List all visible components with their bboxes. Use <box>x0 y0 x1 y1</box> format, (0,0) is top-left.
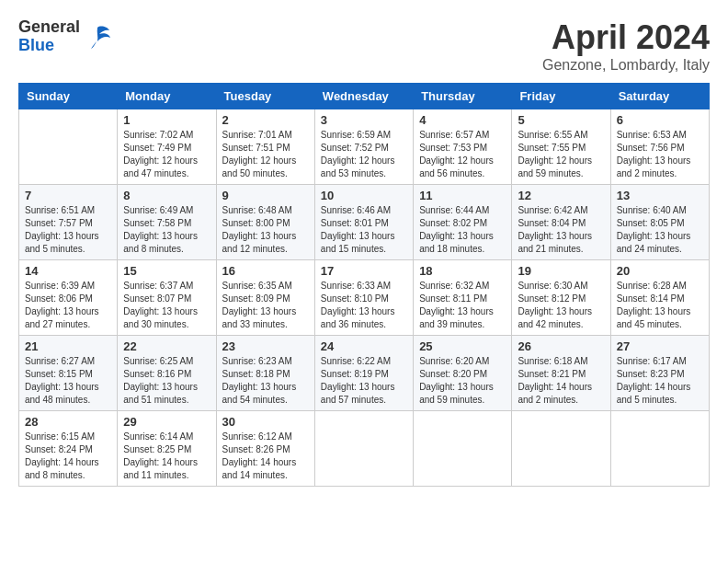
calendar-cell: 15Sunrise: 6:37 AM Sunset: 8:07 PM Dayli… <box>118 260 216 336</box>
month-title: April 2024 <box>542 18 710 57</box>
day-number: 26 <box>518 339 604 353</box>
weekday-header-row: SundayMondayTuesdayWednesdayThursdayFrid… <box>19 84 710 109</box>
calendar-cell: 1Sunrise: 7:02 AM Sunset: 7:49 PM Daylig… <box>118 109 216 185</box>
calendar-cell <box>19 109 118 185</box>
day-info: Sunrise: 6:53 AM Sunset: 7:56 PM Dayligh… <box>617 129 703 180</box>
calendar-cell: 29Sunrise: 6:14 AM Sunset: 8:25 PM Dayli… <box>118 411 216 487</box>
weekday-header-thursday: Thursday <box>414 84 512 109</box>
day-number: 10 <box>321 189 407 202</box>
calendar-cell: 7Sunrise: 6:51 AM Sunset: 7:57 PM Daylig… <box>19 185 118 260</box>
calendar-cell: 17Sunrise: 6:33 AM Sunset: 8:10 PM Dayli… <box>314 260 413 336</box>
day-number: 17 <box>321 264 407 278</box>
day-info: Sunrise: 6:44 AM Sunset: 8:02 PM Dayligh… <box>419 204 506 256</box>
day-info: Sunrise: 6:27 AM Sunset: 8:15 PM Dayligh… <box>25 355 111 407</box>
day-info: Sunrise: 6:32 AM Sunset: 8:11 PM Dayligh… <box>419 280 506 331</box>
calendar-cell: 6Sunrise: 6:53 AM Sunset: 7:56 PM Daylig… <box>610 109 709 185</box>
weekday-header-wednesday: Wednesday <box>314 84 413 109</box>
day-number: 6 <box>617 113 703 127</box>
week-row-4: 21Sunrise: 6:27 AM Sunset: 8:15 PM Dayli… <box>19 336 710 411</box>
day-number: 13 <box>617 189 703 202</box>
day-info: Sunrise: 6:15 AM Sunset: 8:24 PM Dayligh… <box>25 431 111 482</box>
calendar-cell: 18Sunrise: 6:32 AM Sunset: 8:11 PM Dayli… <box>414 260 512 336</box>
day-info: Sunrise: 6:55 AM Sunset: 7:55 PM Dayligh… <box>518 129 604 180</box>
day-info: Sunrise: 6:22 AM Sunset: 8:19 PM Dayligh… <box>321 355 407 407</box>
day-number: 4 <box>419 113 506 127</box>
day-info: Sunrise: 6:28 AM Sunset: 8:14 PM Dayligh… <box>617 280 703 331</box>
calendar-cell: 2Sunrise: 7:01 AM Sunset: 7:51 PM Daylig… <box>216 109 314 185</box>
calendar-cell: 16Sunrise: 6:35 AM Sunset: 8:09 PM Dayli… <box>216 260 314 336</box>
calendar-cell: 5Sunrise: 6:55 AM Sunset: 7:55 PM Daylig… <box>512 109 610 185</box>
calendar-cell: 10Sunrise: 6:46 AM Sunset: 8:01 PM Dayli… <box>314 185 413 260</box>
day-info: Sunrise: 6:17 AM Sunset: 8:23 PM Dayligh… <box>617 355 703 407</box>
day-number: 8 <box>123 189 210 202</box>
weekday-header-sunday: Sunday <box>19 84 118 109</box>
day-info: Sunrise: 6:59 AM Sunset: 7:52 PM Dayligh… <box>321 129 407 180</box>
calendar-cell: 22Sunrise: 6:25 AM Sunset: 8:16 PM Dayli… <box>118 336 216 411</box>
calendar-cell: 13Sunrise: 6:40 AM Sunset: 8:05 PM Dayli… <box>610 185 709 260</box>
day-info: Sunrise: 6:30 AM Sunset: 8:12 PM Dayligh… <box>518 280 604 331</box>
logo-blue: Blue <box>18 37 80 55</box>
calendar-cell: 12Sunrise: 6:42 AM Sunset: 8:04 PM Dayli… <box>512 185 610 260</box>
calendar-cell: 23Sunrise: 6:23 AM Sunset: 8:18 PM Dayli… <box>216 336 314 411</box>
weekday-header-saturday: Saturday <box>610 84 709 109</box>
day-info: Sunrise: 6:57 AM Sunset: 7:53 PM Dayligh… <box>419 129 506 180</box>
day-number: 12 <box>518 189 604 202</box>
day-number: 15 <box>123 264 210 278</box>
day-number: 21 <box>25 339 111 353</box>
calendar-cell: 4Sunrise: 6:57 AM Sunset: 7:53 PM Daylig… <box>414 109 512 185</box>
day-number: 24 <box>321 339 407 353</box>
day-info: Sunrise: 6:33 AM Sunset: 8:10 PM Dayligh… <box>321 280 407 331</box>
calendar-cell: 19Sunrise: 6:30 AM Sunset: 8:12 PM Dayli… <box>512 260 610 336</box>
day-info: Sunrise: 6:48 AM Sunset: 8:00 PM Dayligh… <box>222 204 309 256</box>
day-info: Sunrise: 7:02 AM Sunset: 7:49 PM Dayligh… <box>123 129 210 180</box>
calendar-cell: 28Sunrise: 6:15 AM Sunset: 8:24 PM Dayli… <box>19 411 118 487</box>
calendar-cell <box>314 411 413 487</box>
weekday-header-tuesday: Tuesday <box>216 84 314 109</box>
calendar-cell <box>610 411 709 487</box>
calendar-cell <box>414 411 512 487</box>
day-info: Sunrise: 6:42 AM Sunset: 8:04 PM Dayligh… <box>518 204 604 256</box>
calendar-cell: 25Sunrise: 6:20 AM Sunset: 8:20 PM Dayli… <box>414 336 512 411</box>
day-info: Sunrise: 6:20 AM Sunset: 8:20 PM Dayligh… <box>419 355 506 407</box>
calendar-cell <box>512 411 610 487</box>
location-title: Genzone, Lombardy, Italy <box>542 57 710 74</box>
calendar-cell: 30Sunrise: 6:12 AM Sunset: 8:26 PM Dayli… <box>216 411 314 487</box>
day-number: 3 <box>321 113 407 127</box>
calendar-cell: 21Sunrise: 6:27 AM Sunset: 8:15 PM Dayli… <box>19 336 118 411</box>
calendar-cell: 3Sunrise: 6:59 AM Sunset: 7:52 PM Daylig… <box>314 109 413 185</box>
calendar-cell: 26Sunrise: 6:18 AM Sunset: 8:21 PM Dayli… <box>512 336 610 411</box>
weekday-header-friday: Friday <box>512 84 610 109</box>
day-info: Sunrise: 6:39 AM Sunset: 8:06 PM Dayligh… <box>25 280 111 331</box>
day-number: 23 <box>222 339 309 353</box>
day-number: 30 <box>222 415 309 429</box>
weekday-header-monday: Monday <box>118 84 216 109</box>
day-info: Sunrise: 6:25 AM Sunset: 8:16 PM Dayligh… <box>123 355 210 407</box>
day-info: Sunrise: 6:14 AM Sunset: 8:25 PM Dayligh… <box>123 431 210 482</box>
week-row-2: 7Sunrise: 6:51 AM Sunset: 7:57 PM Daylig… <box>19 185 710 260</box>
day-number: 14 <box>25 264 111 278</box>
day-number: 25 <box>419 339 506 353</box>
week-row-1: 1Sunrise: 7:02 AM Sunset: 7:49 PM Daylig… <box>19 109 710 185</box>
week-row-3: 14Sunrise: 6:39 AM Sunset: 8:06 PM Dayli… <box>19 260 710 336</box>
day-info: Sunrise: 6:18 AM Sunset: 8:21 PM Dayligh… <box>518 355 604 407</box>
calendar-table: SundayMondayTuesdayWednesdayThursdayFrid… <box>18 83 710 487</box>
day-number: 11 <box>419 189 506 202</box>
day-info: Sunrise: 6:12 AM Sunset: 8:26 PM Dayligh… <box>222 431 309 482</box>
day-info: Sunrise: 6:40 AM Sunset: 8:05 PM Dayligh… <box>617 204 703 256</box>
day-info: Sunrise: 6:51 AM Sunset: 7:57 PM Dayligh… <box>25 204 111 256</box>
day-number: 9 <box>222 189 309 202</box>
calendar-cell: 11Sunrise: 6:44 AM Sunset: 8:02 PM Dayli… <box>414 185 512 260</box>
day-number: 22 <box>123 339 210 353</box>
day-number: 19 <box>518 264 604 278</box>
logo: General Blue <box>18 18 111 55</box>
calendar-cell: 27Sunrise: 6:17 AM Sunset: 8:23 PM Dayli… <box>610 336 709 411</box>
day-number: 27 <box>617 339 703 353</box>
calendar-cell: 8Sunrise: 6:49 AM Sunset: 7:58 PM Daylig… <box>118 185 216 260</box>
title-area: April 2024 Genzone, Lombardy, Italy <box>542 18 710 74</box>
day-number: 1 <box>123 113 210 127</box>
calendar-cell: 24Sunrise: 6:22 AM Sunset: 8:19 PM Dayli… <box>314 336 413 411</box>
day-info: Sunrise: 7:01 AM Sunset: 7:51 PM Dayligh… <box>222 129 309 180</box>
logo-bird-icon <box>84 23 111 51</box>
day-info: Sunrise: 6:46 AM Sunset: 8:01 PM Dayligh… <box>321 204 407 256</box>
week-row-5: 28Sunrise: 6:15 AM Sunset: 8:24 PM Dayli… <box>19 411 710 487</box>
